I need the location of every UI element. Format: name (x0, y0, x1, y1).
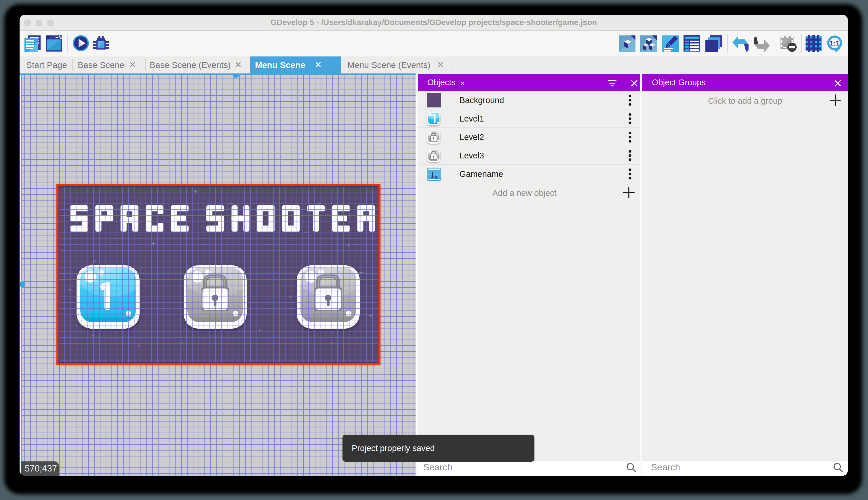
svg-text:1:1: 1:1 (830, 39, 840, 47)
